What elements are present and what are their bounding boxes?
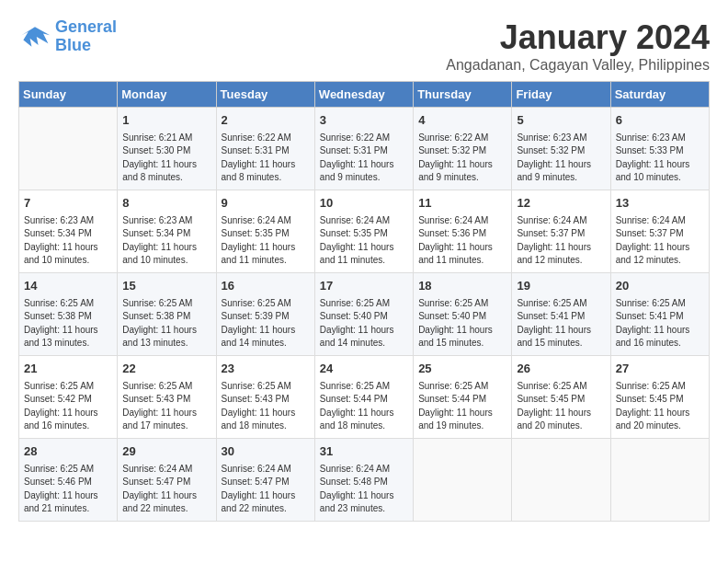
day-info: Sunrise: 6:25 AM Sunset: 5:39 PM Dayligh… <box>222 297 310 350</box>
calendar-cell: 30Sunrise: 6:24 AM Sunset: 5:47 PM Dayli… <box>216 439 314 522</box>
day-info: Sunrise: 6:21 AM Sunset: 5:30 PM Dayligh… <box>122 132 210 185</box>
calendar-cell: 26Sunrise: 6:25 AM Sunset: 5:45 PM Dayli… <box>512 356 610 439</box>
day-number: 13 <box>616 194 704 213</box>
col-header-tuesday: Tuesday <box>216 82 314 108</box>
day-number: 22 <box>122 360 210 378</box>
col-header-friday: Friday <box>512 82 610 108</box>
calendar-cell: 27Sunrise: 6:25 AM Sunset: 5:45 PM Dayli… <box>610 356 709 439</box>
col-header-monday: Monday <box>118 82 216 108</box>
calendar-cell: 25Sunrise: 6:25 AM Sunset: 5:44 PM Dayli… <box>414 356 512 439</box>
calendar-week-row: 7Sunrise: 6:23 AM Sunset: 5:34 PM Daylig… <box>19 190 710 273</box>
calendar-cell: 8Sunrise: 6:23 AM Sunset: 5:34 PM Daylig… <box>118 190 216 273</box>
logo-line1: General <box>55 17 117 36</box>
calendar-cell: 3Sunrise: 6:22 AM Sunset: 5:31 PM Daylig… <box>314 108 413 190</box>
calendar-cell: 22Sunrise: 6:25 AM Sunset: 5:43 PM Dayli… <box>118 356 216 439</box>
day-number: 11 <box>418 194 506 213</box>
calendar-cell: 19Sunrise: 6:25 AM Sunset: 5:41 PM Dayli… <box>512 273 610 356</box>
calendar-cell: 5Sunrise: 6:23 AM Sunset: 5:32 PM Daylig… <box>512 108 610 190</box>
calendar-cell: 12Sunrise: 6:24 AM Sunset: 5:37 PM Dayli… <box>512 190 610 273</box>
day-info: Sunrise: 6:24 AM Sunset: 5:37 PM Dayligh… <box>616 214 704 268</box>
day-number: 29 <box>122 442 210 461</box>
day-number: 21 <box>24 360 112 378</box>
day-info: Sunrise: 6:25 AM Sunset: 5:44 PM Dayligh… <box>418 380 506 433</box>
calendar-cell: 15Sunrise: 6:25 AM Sunset: 5:38 PM Dayli… <box>118 273 216 356</box>
calendar-week-row: 21Sunrise: 6:25 AM Sunset: 5:42 PM Dayli… <box>19 356 710 439</box>
day-number: 27 <box>616 360 704 378</box>
calendar-cell: 18Sunrise: 6:25 AM Sunset: 5:40 PM Dayli… <box>414 273 512 356</box>
calendar-cell: 13Sunrise: 6:24 AM Sunset: 5:37 PM Dayli… <box>610 190 709 273</box>
col-header-saturday: Saturday <box>610 82 709 108</box>
day-number: 1 <box>122 111 210 130</box>
calendar-week-row: 28Sunrise: 6:25 AM Sunset: 5:46 PM Dayli… <box>19 439 710 522</box>
day-info: Sunrise: 6:24 AM Sunset: 5:47 PM Dayligh… <box>222 463 310 516</box>
day-number: 26 <box>517 360 605 378</box>
day-number: 18 <box>418 277 506 295</box>
calendar-cell <box>414 439 512 522</box>
day-info: Sunrise: 6:25 AM Sunset: 5:42 PM Dayligh… <box>24 380 112 433</box>
calendar-cell: 14Sunrise: 6:25 AM Sunset: 5:38 PM Dayli… <box>19 273 118 356</box>
day-info: Sunrise: 6:25 AM Sunset: 5:43 PM Dayligh… <box>222 380 310 433</box>
day-number: 25 <box>418 360 506 378</box>
calendar-cell: 9Sunrise: 6:24 AM Sunset: 5:35 PM Daylig… <box>216 190 314 273</box>
logo-icon <box>18 23 51 51</box>
day-number: 31 <box>320 442 408 461</box>
day-info: Sunrise: 6:25 AM Sunset: 5:38 PM Dayligh… <box>122 297 210 350</box>
day-info: Sunrise: 6:25 AM Sunset: 5:44 PM Dayligh… <box>320 380 408 433</box>
logo: General Blue <box>18 18 117 55</box>
day-number: 30 <box>222 442 310 461</box>
calendar-cell: 1Sunrise: 6:21 AM Sunset: 5:30 PM Daylig… <box>118 108 216 190</box>
calendar-cell: 4Sunrise: 6:22 AM Sunset: 5:32 PM Daylig… <box>414 108 512 190</box>
calendar-table: SundayMondayTuesdayWednesdayThursdayFrid… <box>18 81 710 522</box>
day-info: Sunrise: 6:25 AM Sunset: 5:43 PM Dayligh… <box>122 380 210 433</box>
day-info: Sunrise: 6:24 AM Sunset: 5:37 PM Dayligh… <box>517 214 605 268</box>
day-info: Sunrise: 6:25 AM Sunset: 5:40 PM Dayligh… <box>320 297 408 350</box>
day-info: Sunrise: 6:25 AM Sunset: 5:45 PM Dayligh… <box>517 380 605 433</box>
day-info: Sunrise: 6:23 AM Sunset: 5:34 PM Dayligh… <box>122 214 210 268</box>
day-info: Sunrise: 6:22 AM Sunset: 5:32 PM Dayligh… <box>418 132 506 185</box>
title-block: January 2024 Angadanan, Cagayan Valley, … <box>446 18 710 74</box>
calendar-cell: 24Sunrise: 6:25 AM Sunset: 5:44 PM Dayli… <box>314 356 413 439</box>
day-info: Sunrise: 6:24 AM Sunset: 5:35 PM Dayligh… <box>320 214 408 268</box>
calendar-cell: 11Sunrise: 6:24 AM Sunset: 5:36 PM Dayli… <box>414 190 512 273</box>
calendar-cell: 17Sunrise: 6:25 AM Sunset: 5:40 PM Dayli… <box>314 273 413 356</box>
day-number: 7 <box>24 194 112 213</box>
day-number: 14 <box>24 277 112 295</box>
day-number: 15 <box>122 277 210 295</box>
day-info: Sunrise: 6:22 AM Sunset: 5:31 PM Dayligh… <box>222 132 310 185</box>
day-number: 23 <box>222 360 310 378</box>
calendar-cell: 2Sunrise: 6:22 AM Sunset: 5:31 PM Daylig… <box>216 108 314 190</box>
day-number: 2 <box>222 111 310 130</box>
calendar-cell <box>512 439 610 522</box>
calendar-cell <box>610 439 709 522</box>
calendar-cell: 7Sunrise: 6:23 AM Sunset: 5:34 PM Daylig… <box>19 190 118 273</box>
day-number: 4 <box>418 111 506 130</box>
day-info: Sunrise: 6:25 AM Sunset: 5:41 PM Dayligh… <box>517 297 605 350</box>
logo-text: General Blue <box>55 18 117 55</box>
day-info: Sunrise: 6:22 AM Sunset: 5:31 PM Dayligh… <box>320 132 408 185</box>
day-info: Sunrise: 6:23 AM Sunset: 5:34 PM Dayligh… <box>24 214 112 268</box>
month-title: January 2024 <box>446 18 710 57</box>
day-number: 20 <box>616 277 704 295</box>
day-info: Sunrise: 6:24 AM Sunset: 5:35 PM Dayligh… <box>222 214 310 268</box>
day-number: 17 <box>320 277 408 295</box>
calendar-cell: 20Sunrise: 6:25 AM Sunset: 5:41 PM Dayli… <box>610 273 709 356</box>
day-number: 24 <box>320 360 408 378</box>
page-header: General Blue January 2024 Angadanan, Cag… <box>18 18 710 74</box>
day-number: 19 <box>517 277 605 295</box>
calendar-cell: 28Sunrise: 6:25 AM Sunset: 5:46 PM Dayli… <box>19 439 118 522</box>
calendar-week-row: 1Sunrise: 6:21 AM Sunset: 5:30 PM Daylig… <box>19 108 710 190</box>
day-info: Sunrise: 6:23 AM Sunset: 5:33 PM Dayligh… <box>616 132 704 185</box>
day-number: 8 <box>122 194 210 213</box>
day-number: 16 <box>222 277 310 295</box>
day-number: 6 <box>616 111 704 130</box>
col-header-thursday: Thursday <box>414 82 512 108</box>
col-header-sunday: Sunday <box>19 82 118 108</box>
day-info: Sunrise: 6:24 AM Sunset: 5:47 PM Dayligh… <box>122 463 210 516</box>
day-info: Sunrise: 6:25 AM Sunset: 5:46 PM Dayligh… <box>24 463 112 516</box>
day-number: 28 <box>24 442 112 461</box>
col-header-wednesday: Wednesday <box>314 82 413 108</box>
day-info: Sunrise: 6:25 AM Sunset: 5:40 PM Dayligh… <box>418 297 506 350</box>
day-number: 12 <box>517 194 605 213</box>
day-number: 9 <box>222 194 310 213</box>
svg-marker-0 <box>22 27 51 47</box>
